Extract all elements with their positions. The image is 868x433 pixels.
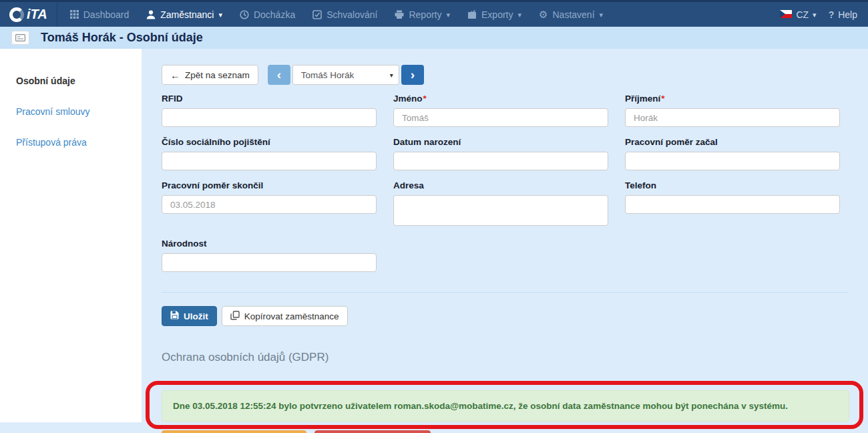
sidebar: Osobní údaje Pracovní smlouvy Přístupová… bbox=[0, 49, 142, 422]
last-name-input[interactable] bbox=[625, 108, 840, 127]
required-asterisk: * bbox=[423, 94, 427, 104]
chevron-down-icon: ▾ bbox=[813, 11, 817, 19]
field-datum-narozeni: Datum narození bbox=[393, 137, 608, 170]
save-floppy-icon bbox=[170, 311, 179, 321]
sidebar-item-pracovni-smlouvy[interactable]: Pracovní smlouvy bbox=[0, 100, 142, 124]
birth-date-input[interactable] bbox=[393, 152, 608, 170]
save-button-label: Uložit bbox=[184, 311, 208, 321]
rfid-input[interactable] bbox=[162, 108, 377, 127]
delete-employee-button[interactable]: ✖ Smazat zaměstnance bbox=[314, 430, 431, 433]
anonymize-employee-button[interactable]: ? Anonymizovat zaměstnance bbox=[162, 430, 306, 433]
printer-icon bbox=[395, 10, 404, 19]
back-to-list-button[interactable]: ← Zpět na seznam bbox=[162, 65, 258, 85]
id-card-icon bbox=[11, 31, 29, 45]
field-label: Číslo sociálního pojištění bbox=[162, 137, 377, 147]
nav-label: Dashboard bbox=[83, 9, 130, 20]
chevron-down-icon: ▾ bbox=[600, 11, 604, 19]
field-label: Pracovní poměr skončil bbox=[162, 180, 377, 190]
first-name-input[interactable] bbox=[393, 108, 608, 127]
arrow-left-icon: ← bbox=[170, 70, 180, 80]
field-adresa: Adresa bbox=[393, 180, 608, 229]
language-selector[interactable]: CZ ▾ bbox=[780, 9, 816, 20]
copy-button-label: Kopírovat zaměstnance bbox=[244, 311, 339, 321]
nav-item-schvalovani[interactable]: Schvalování bbox=[304, 2, 386, 27]
cz-flag-icon bbox=[780, 9, 792, 20]
toolbar: ← Zpět na seznam ‹ Tomáš Horák ▾ › bbox=[162, 65, 848, 85]
copy-icon bbox=[230, 311, 240, 322]
help-label: Help bbox=[838, 9, 857, 20]
employee-pager: ‹ Tomáš Horák ▾ › bbox=[268, 65, 424, 85]
gear-icon: ⚙ bbox=[539, 9, 548, 19]
field-telefon: Telefon bbox=[625, 180, 840, 214]
nav-label: Schvalování bbox=[327, 9, 377, 20]
nationality-input[interactable] bbox=[162, 253, 377, 272]
nav-label: Nastavení bbox=[552, 9, 594, 20]
field-label: Jméno bbox=[393, 94, 423, 104]
page-title: Tomáš Horák - Osobní údaje bbox=[41, 31, 203, 45]
phone-input[interactable] bbox=[625, 195, 840, 214]
nav-menu: Dashboard Zaměstnanci ▾ Docházka Schvalo… bbox=[61, 2, 612, 27]
next-employee-button[interactable]: › bbox=[401, 65, 424, 85]
nav-item-exporty[interactable]: Exporty ▾ bbox=[459, 2, 530, 27]
app-logo[interactable]: iTA bbox=[0, 2, 57, 27]
social-security-input[interactable] bbox=[162, 152, 377, 170]
user-icon bbox=[146, 10, 156, 19]
nav-item-dashboard[interactable]: Dashboard bbox=[61, 2, 138, 27]
help-button[interactable]: ? Help bbox=[829, 9, 857, 20]
chevron-down-icon: ▾ bbox=[218, 11, 222, 19]
nav-item-nastaveni[interactable]: ⚙ Nastavení ▾ bbox=[530, 2, 612, 27]
chevron-left-icon: ‹ bbox=[277, 67, 281, 82]
copy-employee-button[interactable]: Kopírovat zaměstnance bbox=[222, 306, 348, 326]
gdpr-confirmation-alert: Dne 03.05.2018 12:55:24 bylo potvrzeno u… bbox=[162, 390, 849, 422]
form-actions: Uložit Kopírovat zaměstnance bbox=[162, 306, 848, 326]
field-label: RFID bbox=[162, 94, 377, 104]
employment-start-input[interactable] bbox=[625, 152, 840, 170]
field-pomer-skoncil: Pracovní poměr skončil bbox=[162, 180, 377, 214]
field-narodnost: Národnost bbox=[162, 239, 377, 272]
field-rfid: RFID bbox=[162, 94, 377, 127]
save-button[interactable]: Uložit bbox=[162, 306, 217, 326]
address-textarea[interactable] bbox=[393, 195, 608, 226]
page-header: Tomáš Horák - Osobní údaje bbox=[0, 27, 868, 49]
chevron-down-icon: ▾ bbox=[518, 11, 522, 19]
chevron-down-icon: ▾ bbox=[447, 11, 451, 19]
field-label: Pracovní poměr začal bbox=[625, 137, 840, 147]
nav-label: Zaměstnanci bbox=[160, 9, 214, 20]
top-navbar: iTA Dashboard Zaměstnanci ▾ Docházka bbox=[0, 0, 868, 27]
back-button-label: Zpět na seznam bbox=[185, 70, 250, 80]
main-content: ← Zpět na seznam ‹ Tomáš Horák ▾ › RFID … bbox=[142, 49, 868, 433]
gdpr-actions: ? Anonymizovat zaměstnance ✖ Smazat zamě… bbox=[162, 430, 848, 433]
field-jmeno: Jméno* bbox=[393, 94, 608, 127]
gdpr-section-heading: Ochrana osobních údajů (GDPR) bbox=[162, 351, 848, 364]
sidebar-item-osobni-udaje[interactable]: Osobní údaje bbox=[0, 69, 142, 93]
field-label: Datum narození bbox=[393, 137, 608, 147]
nav-right-group: CZ ▾ ? Help bbox=[780, 9, 868, 20]
language-label: CZ bbox=[796, 9, 809, 20]
field-cislo-pojisteni: Číslo sociálního pojištění bbox=[162, 137, 377, 170]
field-label: Příjmení bbox=[625, 94, 660, 104]
field-prijmeni: Příjmení* bbox=[625, 94, 840, 127]
employee-form: RFID Jméno* Příjmení* Číslo sociálního p… bbox=[162, 94, 848, 272]
nav-label: Reporty bbox=[409, 9, 441, 20]
clock-icon bbox=[240, 10, 249, 19]
nav-item-zamestnanci[interactable]: Zaměstnanci ▾ bbox=[138, 2, 231, 27]
previous-employee-button[interactable]: ‹ bbox=[268, 65, 290, 85]
nav-label: Docházka bbox=[254, 9, 295, 20]
export-icon bbox=[467, 10, 477, 19]
required-asterisk: * bbox=[661, 94, 664, 104]
chevron-right-icon: › bbox=[411, 67, 415, 82]
select-caret-icon: ▾ bbox=[390, 71, 393, 79]
sidebar-item-pristupova-prava[interactable]: Přístupová práva bbox=[0, 130, 142, 154]
field-label: Adresa bbox=[393, 180, 608, 190]
nav-item-reporty[interactable]: Reporty ▾ bbox=[386, 2, 459, 27]
field-label: Telefon bbox=[625, 180, 840, 190]
dashboard-grid-icon bbox=[70, 10, 79, 19]
gdpr-alert-wrapper: Dne 03.05.2018 12:55:24 bylo potvrzeno u… bbox=[162, 390, 849, 422]
employee-select[interactable]: Tomáš Horák ▾ bbox=[292, 65, 399, 85]
employment-end-input[interactable] bbox=[162, 195, 377, 214]
section-divider bbox=[162, 292, 848, 293]
nav-item-dochazka[interactable]: Docházka bbox=[231, 2, 304, 27]
employee-select-value: Tomáš Horák bbox=[301, 70, 355, 80]
nav-label: Exporty bbox=[481, 9, 513, 20]
help-question-icon: ? bbox=[829, 9, 835, 20]
